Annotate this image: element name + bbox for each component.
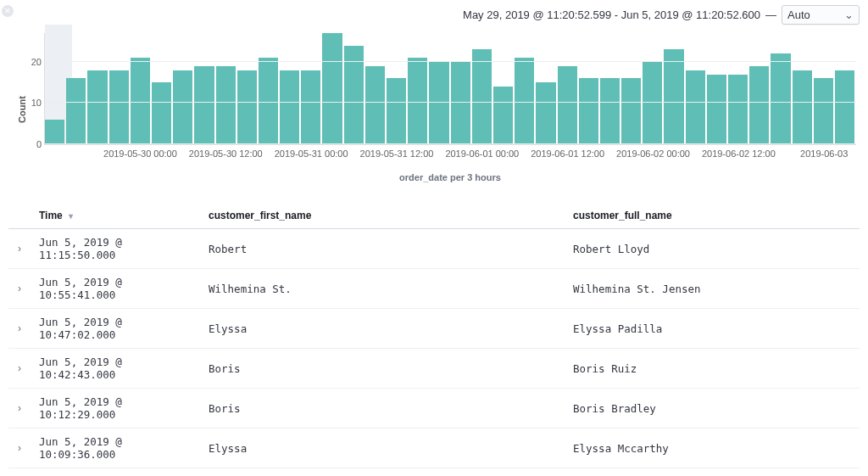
column-header-first-name[interactable]: customer_first_name: [203, 203, 568, 229]
histogram-bar[interactable]: [109, 70, 129, 144]
table-row[interactable]: ›Jun 5, 2019 @ 10:47:02.000ElyssaElyssa …: [8, 309, 860, 349]
expand-row-icon[interactable]: ›: [14, 243, 25, 255]
cell-time: Jun 5, 2019 @ 10:09:36.000: [34, 428, 203, 468]
cell-full-name: Robert Lloyd: [568, 229, 860, 269]
column-header-full-name-label: customer_full_name: [573, 210, 672, 221]
column-expand: [8, 203, 34, 229]
cell-time: Jun 5, 2019 @ 11:15:50.000: [34, 229, 203, 269]
time-picker-header: May 29, 2019 @ 11:20:52.599 - Jun 5, 201…: [8, 0, 860, 28]
histogram-bar[interactable]: [472, 49, 492, 144]
expand-row-icon[interactable]: ›: [14, 283, 25, 294]
x-tick-label: 2019-06-02 00:00: [616, 148, 690, 159]
histogram-bar[interactable]: [451, 62, 470, 144]
histogram-bar[interactable]: [749, 66, 769, 144]
column-header-full-name[interactable]: customer_full_name: [568, 203, 860, 229]
histogram-bar[interactable]: [429, 62, 448, 144]
expand-row-icon[interactable]: ›: [14, 362, 25, 374]
histogram-bar[interactable]: [259, 58, 278, 144]
histogram-bar[interactable]: [216, 66, 236, 144]
histogram-bar[interactable]: [643, 62, 662, 144]
cell-time: Jun 5, 2019 @ 10:06:43.000: [34, 468, 203, 477]
expand-row-icon[interactable]: ›: [14, 442, 25, 454]
histogram-bar[interactable]: [600, 78, 620, 144]
histogram-bar[interactable]: [365, 66, 385, 144]
histogram-bar[interactable]: [835, 70, 854, 144]
expand-row-icon[interactable]: ›: [14, 402, 25, 414]
table-row[interactable]: ›Jun 5, 2019 @ 10:09:36.000ElyssaElyssa …: [8, 428, 860, 468]
cell-first-name: Boris: [203, 389, 568, 428]
table-row[interactable]: ›Jun 5, 2019 @ 10:55:41.000Wilhemina St.…: [8, 269, 860, 309]
y-tick-label: 0: [23, 139, 42, 149]
cell-time: Jun 5, 2019 @ 10:55:41.000: [34, 269, 203, 309]
histogram-bar[interactable]: [686, 70, 705, 144]
histogram-bar[interactable]: [87, 70, 107, 144]
cell-first-name: Elyssa: [203, 428, 568, 468]
x-tick-label: 2019-05-31 12:00: [360, 148, 434, 159]
cell-full-name: Elyssa Mccarthy: [568, 428, 860, 468]
histogram-bar[interactable]: [194, 66, 214, 144]
table-row[interactable]: ›Jun 5, 2019 @ 10:42:43.000BorisBoris Ru…: [8, 349, 860, 389]
histogram-bar[interactable]: [301, 70, 320, 144]
y-tick-label: 10: [23, 98, 42, 108]
sort-desc-icon: ▾: [69, 211, 73, 221]
histogram-bar[interactable]: [237, 70, 257, 144]
cell-time: Jun 5, 2019 @ 10:42:43.000: [34, 349, 203, 389]
histogram-bars[interactable]: [45, 33, 856, 144]
table-row[interactable]: ›Jun 5, 2019 @ 10:12:29.000BorisBoris Br…: [8, 389, 860, 428]
x-tick-label: 2019-06-01 12:00: [531, 148, 604, 159]
histogram-bar[interactable]: [152, 82, 171, 144]
interval-select-label: Auto: [787, 8, 810, 21]
table-row[interactable]: ›Jun 5, 2019 @ 11:15:50.000RobertRobert …: [8, 229, 860, 269]
histogram-bar[interactable]: [558, 66, 577, 144]
histogram-bar[interactable]: [493, 87, 513, 144]
cell-full-name: Jackson Harper: [568, 468, 860, 477]
x-tick-label: 2019-05-30 00:00: [103, 148, 177, 159]
column-header-first-name-label: customer_first_name: [209, 210, 311, 221]
y-tick-label: 20: [23, 57, 42, 67]
dash-separator: —: [765, 8, 776, 21]
table-row[interactable]: ›Jun 5, 2019 @ 10:06:43.000JacksonJackso…: [8, 468, 860, 477]
histogram-bar[interactable]: [621, 78, 641, 144]
histogram-bar[interactable]: [793, 70, 812, 144]
cell-first-name: Robert: [203, 229, 568, 269]
column-header-time[interactable]: Time ▾: [34, 203, 203, 229]
histogram-bar[interactable]: [771, 53, 790, 144]
x-tick-label: 2019-05-30 12:00: [189, 148, 263, 159]
cell-first-name: Elyssa: [203, 309, 568, 349]
x-tick-label: 2019-06-02 12:00: [702, 148, 776, 159]
documents-table: Time ▾ customer_first_name customer_full…: [8, 203, 860, 476]
histogram-bar[interactable]: [408, 58, 427, 144]
cell-full-name: Boris Bradley: [568, 389, 860, 428]
histogram-bar[interactable]: [66, 78, 86, 144]
histogram-bar[interactable]: [322, 33, 342, 144]
histogram-bar[interactable]: [664, 49, 683, 144]
x-axis-ticks: 2019-05-30 00:002019-05-30 12:002019-05-…: [44, 145, 856, 171]
cell-full-name: Wilhemina St. Jensen: [568, 269, 860, 309]
cell-full-name: Elyssa Padilla: [568, 309, 860, 349]
cell-first-name: Jackson: [203, 468, 568, 477]
close-icon[interactable]: ✕: [2, 5, 14, 17]
expand-row-icon[interactable]: ›: [14, 322, 25, 334]
histogram-bar[interactable]: [814, 78, 833, 144]
x-axis-label: order_date per 3 hours: [44, 172, 856, 182]
cell-first-name: Wilhemina St.: [203, 269, 568, 309]
histogram-bar[interactable]: [131, 58, 150, 144]
column-header-time-label: Time: [39, 210, 63, 221]
x-tick-label: 2019-06-03: [800, 148, 848, 159]
chevron-down-icon: ⌄: [844, 8, 854, 21]
cell-first-name: Boris: [203, 349, 568, 389]
histogram-bar[interactable]: [45, 120, 64, 144]
histogram-bar[interactable]: [173, 70, 192, 144]
interval-select[interactable]: Auto ⌄: [782, 5, 860, 25]
histogram-bar[interactable]: [707, 75, 726, 144]
histogram-bar[interactable]: [280, 70, 299, 144]
histogram-bar[interactable]: [728, 75, 748, 144]
histogram-bar[interactable]: [387, 78, 406, 144]
histogram-chart[interactable]: Count 01020 2019-05-30 00:002019-05-30 1…: [8, 33, 860, 186]
histogram-bar[interactable]: [515, 58, 534, 144]
cell-time: Jun 5, 2019 @ 10:12:29.000: [34, 389, 203, 428]
cell-time: Jun 5, 2019 @ 10:47:02.000: [34, 309, 203, 349]
time-range-display: May 29, 2019 @ 11:20:52.599 - Jun 5, 201…: [463, 8, 760, 21]
histogram-bar[interactable]: [579, 78, 598, 144]
histogram-bar[interactable]: [536, 82, 555, 144]
